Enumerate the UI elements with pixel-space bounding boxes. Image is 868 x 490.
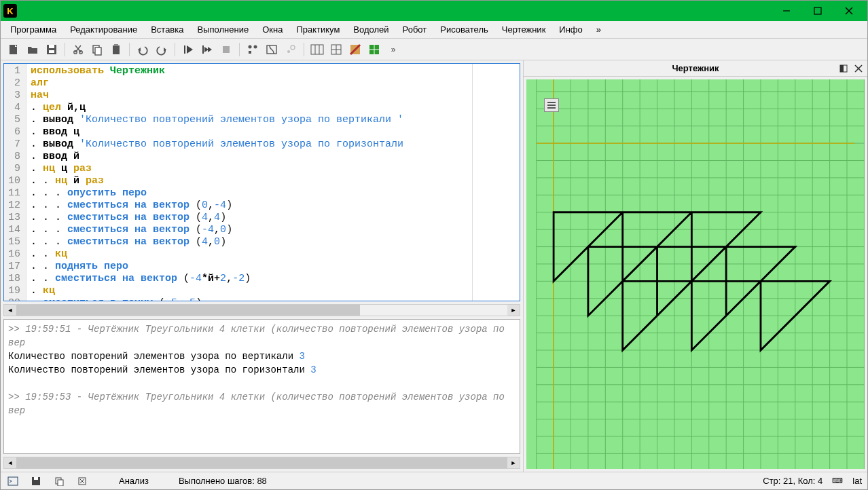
output-panel[interactable]: >> 19:59:51 - Чертёжник Треугольники 4 к… bbox=[3, 319, 520, 454]
paste-button[interactable] bbox=[107, 41, 125, 58]
panel-title: Чертежник bbox=[672, 63, 719, 73]
app-logo: K bbox=[3, 4, 17, 18]
grid-1-button[interactable] bbox=[308, 41, 326, 58]
status-clear-button[interactable] bbox=[75, 474, 89, 488]
status-lang: lat bbox=[852, 476, 862, 486]
svg-rect-27 bbox=[249, 51, 251, 54]
step-button[interactable] bbox=[198, 41, 216, 58]
scroll-right-icon[interactable]: ► bbox=[507, 457, 520, 468]
status-copy-button[interactable] bbox=[52, 474, 66, 488]
menubar: ПрограммаРедактированиеВставкаВыполнение… bbox=[1, 21, 867, 39]
scroll-left-icon[interactable]: ◄ bbox=[4, 457, 16, 468]
tool-2-button[interactable] bbox=[263, 41, 281, 58]
menu-item[interactable]: Практикум bbox=[289, 22, 346, 37]
svg-marker-23 bbox=[208, 47, 212, 52]
toolbar: » bbox=[1, 39, 867, 60]
svg-rect-24 bbox=[223, 46, 230, 53]
editor-hscroll[interactable]: ◄ ► bbox=[3, 304, 520, 316]
svg-rect-43 bbox=[840, 65, 844, 72]
menu-item[interactable]: Чертежник bbox=[495, 22, 553, 37]
save-file-button[interactable] bbox=[43, 41, 60, 58]
right-pane: Чертежник 27 bbox=[524, 60, 867, 472]
menu-item[interactable]: » bbox=[590, 22, 608, 37]
menu-item[interactable]: Программа bbox=[3, 22, 63, 37]
open-file-button[interactable] bbox=[24, 41, 41, 58]
code-editor[interactable]: 123456789101112131415161718192021 исполь… bbox=[3, 63, 520, 301]
content: 123456789101112131415161718192021 исполь… bbox=[1, 60, 867, 472]
drawer-canvas[interactable]: 27 bbox=[526, 79, 865, 469]
svg-point-29 bbox=[291, 45, 295, 50]
scroll-thumb[interactable] bbox=[16, 305, 360, 316]
status-cursor-pos: Стр: 21, Кол: 4 bbox=[763, 476, 822, 486]
menu-item[interactable]: Выполнение bbox=[190, 22, 255, 37]
menu-item[interactable]: Водолей bbox=[346, 22, 395, 37]
code-area[interactable]: использовать Чертежникалгнач. цел й,ц. в… bbox=[26, 64, 472, 301]
output-line: Количество повторений элементов узора по… bbox=[8, 363, 516, 377]
copy-button[interactable] bbox=[88, 41, 106, 58]
undo-button[interactable] bbox=[134, 41, 151, 58]
redo-button[interactable] bbox=[153, 41, 170, 58]
svg-rect-7 bbox=[49, 45, 54, 48]
panel-dock-button[interactable] bbox=[837, 62, 850, 75]
menu-item[interactable]: Редактирование bbox=[63, 22, 144, 37]
status-analysis: Анализ bbox=[119, 476, 149, 486]
svg-rect-100 bbox=[8, 477, 18, 485]
statusbar: Анализ Выполнено шагов: 88 Стр: 21, Кол:… bbox=[1, 472, 867, 489]
output-hscroll[interactable]: ◄ ► bbox=[3, 457, 520, 469]
svg-rect-14 bbox=[95, 48, 101, 55]
output-timestamp: >> 19:59:51 - Чертёжник Треугольники 4 к… bbox=[8, 322, 516, 350]
minimize-button[interactable] bbox=[771, 1, 802, 21]
svg-rect-8 bbox=[49, 50, 54, 53]
menu-item[interactable]: Окна bbox=[255, 22, 289, 37]
scroll-thumb[interactable] bbox=[16, 457, 507, 468]
run-button[interactable] bbox=[179, 41, 197, 58]
svg-rect-31 bbox=[311, 45, 323, 54]
new-file-button[interactable] bbox=[5, 41, 22, 58]
tool-1-button[interactable] bbox=[244, 41, 261, 58]
drawer-panel-header: Чертежник bbox=[524, 60, 867, 77]
maximize-button[interactable] bbox=[802, 1, 833, 21]
app-window: K ПрограммаРедактированиеВставкаВыполнен… bbox=[0, 0, 868, 490]
titlebar: K bbox=[1, 1, 867, 21]
menu-item[interactable]: Робот bbox=[396, 22, 434, 37]
scroll-right-icon[interactable]: ► bbox=[507, 305, 520, 316]
menu-item[interactable]: Инфо bbox=[552, 22, 589, 37]
output-timestamp: >> 19:59:53 - Чертёжник Треугольники 4 к… bbox=[8, 390, 516, 417]
side-gutter bbox=[472, 64, 520, 301]
cut-button[interactable] bbox=[69, 41, 87, 58]
svg-point-30 bbox=[287, 50, 290, 53]
output-line: Количество повторений элементов узора по… bbox=[8, 350, 516, 363]
svg-rect-102 bbox=[34, 477, 38, 480]
grid-2-button[interactable] bbox=[327, 41, 345, 58]
status-console-button[interactable] bbox=[6, 474, 20, 488]
svg-point-25 bbox=[249, 45, 252, 48]
drawing-svg: 27 bbox=[526, 79, 865, 469]
stop-button[interactable] bbox=[217, 41, 235, 58]
svg-point-26 bbox=[254, 45, 257, 48]
svg-marker-20 bbox=[187, 45, 193, 54]
status-steps: Выполнено шагов: 88 bbox=[179, 476, 267, 486]
svg-rect-1 bbox=[814, 7, 821, 14]
more-button[interactable]: » bbox=[384, 41, 402, 58]
status-save-button[interactable] bbox=[29, 474, 43, 488]
left-pane: 123456789101112131415161718192021 исполь… bbox=[1, 60, 524, 472]
scroll-left-icon[interactable]: ◄ bbox=[4, 305, 16, 316]
logo-letter: K bbox=[7, 6, 13, 16]
canvas-menu-button[interactable] bbox=[544, 98, 559, 112]
tool-3-button[interactable] bbox=[282, 41, 300, 58]
menu-item[interactable]: Рисователь bbox=[433, 22, 494, 37]
close-button[interactable] bbox=[833, 1, 865, 21]
line-gutter: 123456789101112131415161718192021 bbox=[4, 64, 26, 301]
svg-rect-16 bbox=[114, 44, 118, 46]
palette-button[interactable] bbox=[346, 41, 364, 58]
keyboard-icon: ⌨ bbox=[832, 476, 843, 485]
menu-item[interactable]: Вставка bbox=[144, 22, 190, 37]
svg-rect-15 bbox=[113, 45, 120, 54]
actor-button[interactable] bbox=[365, 41, 383, 58]
panel-close-button[interactable] bbox=[852, 62, 865, 75]
svg-rect-104 bbox=[58, 480, 63, 486]
